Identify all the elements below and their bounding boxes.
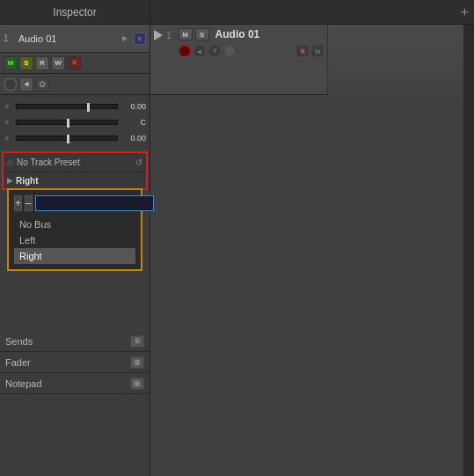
section-fader[interactable]: Fader ▦ — [0, 352, 149, 373]
inspector-title: Inspector — [53, 6, 96, 18]
x-button[interactable]: ✕ — [67, 56, 81, 70]
main-track: 1 M S Audio 01 ◄ ↺ R W — [150, 25, 474, 95]
pan-row: ▼ C — [4, 114, 146, 130]
track-number: 1 — [4, 33, 16, 43]
m-button[interactable]: M — [4, 56, 18, 70]
dropdown-minus-button[interactable]: – — [25, 195, 33, 211]
volume-thumb — [87, 103, 90, 112]
dropdown-plus-button[interactable]: + — [14, 195, 22, 211]
dropdown-item-right[interactable]: Right — [14, 248, 135, 264]
pan-thumb — [67, 119, 69, 128]
vol2-value: 0.00 — [121, 134, 146, 143]
track-content-bg — [328, 25, 474, 95]
section-fader-label: Fader — [5, 357, 130, 368]
section-sends-icon: 🖥 — [130, 335, 144, 348]
dropdown-toolbar: + – — [14, 195, 135, 211]
controls-row-2: ◄ ✿ — [0, 74, 149, 95]
preset-subheader: ▶ Right — [4, 172, 146, 188]
track-content-area — [327, 25, 474, 95]
preset-arrow-icon: ▶ — [7, 176, 13, 185]
main-track-info: M S Audio 01 ◄ ↺ R W — [175, 25, 328, 61]
main-top-bar: + — [150, 0, 474, 25]
main-track-name: Audio 01 — [215, 28, 260, 40]
power-button[interactable] — [4, 77, 18, 92]
dropdown-list: No Bus Left Right — [14, 216, 135, 264]
left-btn[interactable]: ◄ — [193, 45, 206, 57]
inspector-panel: Inspector 1 Audio 01 ▶ e M S R W ✕ ◄ ✿ ▼… — [0, 0, 150, 476]
main-track-controls-row: M S Audio 01 — [179, 28, 325, 40]
w-sq-button[interactable]: W — [311, 45, 324, 57]
vol2-row: ▼ 0.00 — [4, 130, 146, 146]
volume-row: ▼ 0.00 — [4, 99, 146, 114]
dropdown-search-input[interactable] — [35, 195, 154, 211]
fader-area: ▼ 0.00 ▼ C ▼ 0.00 — [0, 95, 149, 150]
preset-header: ◇ No Track Preset ↺ — [4, 153, 146, 172]
vol2-thumb — [67, 135, 69, 143]
dropdown-popup: + – No Bus Left Right — [7, 188, 142, 271]
controls-row-1: M S R W ✕ — [0, 53, 149, 74]
section-sends-label: Sends — [5, 336, 130, 347]
left-arrow-button[interactable]: ◄ — [19, 77, 33, 92]
preset-subname: Right — [16, 176, 39, 186]
pan-tri: ▼ — [4, 119, 11, 127]
track-e-button[interactable]: e — [134, 33, 146, 45]
play-triangle-icon — [154, 30, 163, 40]
add-track-button[interactable]: + — [461, 4, 469, 20]
section-notepad-icon: ▦ — [130, 377, 144, 390]
section-fader-icon: ▦ — [130, 356, 144, 369]
section-sends[interactable]: Sends 🖥 — [0, 331, 149, 352]
preset-section: ◇ No Track Preset ↺ ▶ Right + – No Bus L… — [2, 151, 148, 190]
main-track-bottom-controls: ◄ ↺ R W — [179, 45, 325, 57]
r-button[interactable]: R — [35, 56, 49, 70]
s-button[interactable]: S — [19, 56, 33, 70]
main-s-button[interactable]: S — [195, 28, 209, 40]
dropdown-item-left[interactable]: Left — [14, 232, 135, 248]
dot-btn[interactable] — [223, 45, 236, 57]
pan-value: C — [121, 118, 146, 127]
vertical-scrollbar[interactable] — [463, 25, 474, 476]
flower-button[interactable]: ✿ — [35, 77, 49, 92]
section-notepad[interactable]: Notepad ▦ — [0, 373, 149, 394]
track-slot: 1 Audio 01 ▶ e — [0, 25, 149, 53]
preset-diamond-icon: ◇ — [7, 158, 13, 167]
vol2-tri: ▼ — [4, 135, 11, 143]
w-button[interactable]: W — [51, 56, 65, 70]
pan-fader[interactable] — [16, 120, 118, 125]
main-track-number: 1 — [166, 31, 171, 40]
volume-fader[interactable] — [16, 104, 118, 109]
main-area: + 1 M S Audio 01 ◄ ↺ R W — [150, 0, 474, 476]
record-button[interactable] — [179, 45, 191, 57]
vol2-fader[interactable] — [16, 135, 118, 141]
inspector-header: Inspector — [0, 0, 149, 25]
track-name: Audio 01 — [18, 33, 116, 44]
track-expand-arrow[interactable]: ▶ — [119, 33, 131, 45]
preset-name: No Track Preset — [17, 157, 135, 167]
loop-btn[interactable]: ↺ — [208, 45, 221, 57]
preset-reload-icon[interactable]: ↺ — [135, 157, 142, 167]
volume-value: 0.00 — [121, 102, 146, 111]
vol-tri: ▼ — [4, 103, 11, 111]
main-m-button[interactable]: M — [179, 28, 193, 40]
dropdown-item-no-bus[interactable]: No Bus — [14, 216, 135, 232]
r-sq-button[interactable]: R — [296, 45, 309, 57]
section-notepad-label: Notepad — [5, 378, 130, 389]
play-indicator-area: 1 — [150, 25, 175, 40]
